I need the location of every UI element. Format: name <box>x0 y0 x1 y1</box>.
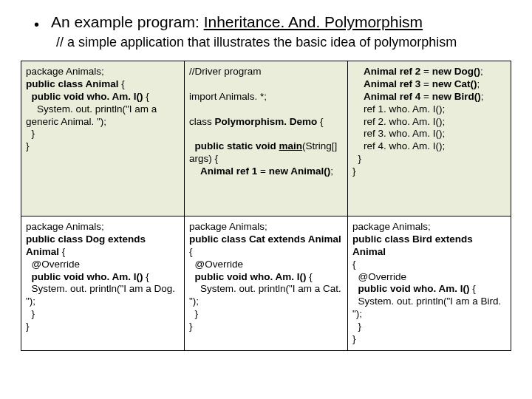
code-block: Animal ref 2 = new Dog(); Animal ref 3 =… <box>352 66 506 178</box>
cell-driver-part2: Animal ref 2 = new Dog(); Animal ref 3 =… <box>348 61 511 216</box>
cell-cat-class: package Animals;public class Cat extends… <box>185 216 348 351</box>
code-block: //Driver programimport Animals. *;class … <box>189 66 343 178</box>
code-block: package Animals;public class Cat extends… <box>189 221 343 333</box>
heading-prefix: An example program: <box>51 13 204 30</box>
subtitle: // a simple application that illustrates… <box>56 35 511 50</box>
code-block: package Animals;public class Dog extends… <box>26 221 180 333</box>
code-grid: package Animals;public class Animal { pu… <box>21 61 511 351</box>
heading-row: • An example program: Inheritance. And. … <box>34 13 511 33</box>
cell-bird-class: package Animals;public class Bird extend… <box>348 216 511 351</box>
code-block: package Animals;public class Bird extend… <box>352 221 506 346</box>
code-block: package Animals;public class Animal { pu… <box>26 66 180 153</box>
heading-text: An example program: Inheritance. And. Po… <box>51 13 423 31</box>
cell-animal-class: package Animals;public class Animal { pu… <box>21 61 185 216</box>
bullet-icon: • <box>34 16 39 33</box>
heading-link: Inheritance. And. Polymorphism <box>204 13 423 30</box>
cell-driver-part1: //Driver programimport Animals. *;class … <box>185 61 348 216</box>
cell-dog-class: package Animals;public class Dog extends… <box>21 216 185 351</box>
